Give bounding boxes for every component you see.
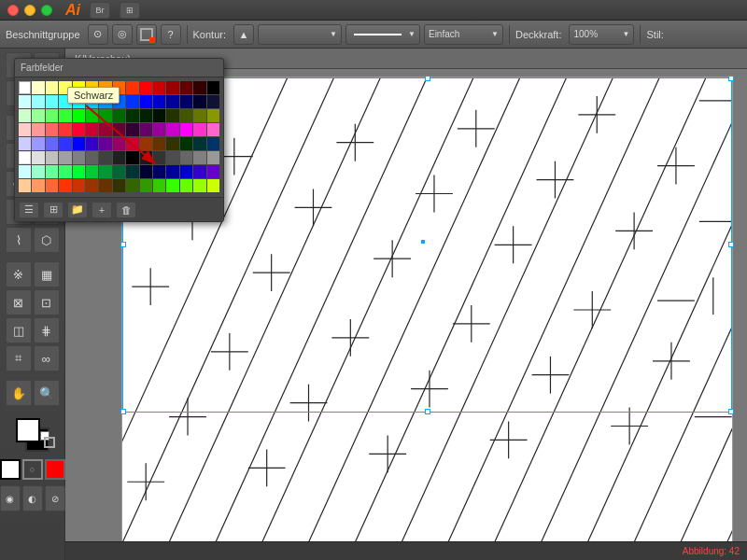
swatch[interactable] xyxy=(180,165,192,178)
swatch[interactable] xyxy=(140,151,152,164)
swatch[interactable] xyxy=(126,81,138,94)
gradient-btn[interactable]: ◐ xyxy=(22,485,43,511)
swatch[interactable] xyxy=(207,151,219,164)
swatch[interactable] xyxy=(126,165,138,178)
color-squares[interactable] xyxy=(16,418,49,452)
swatch[interactable] xyxy=(113,95,125,108)
foreground-color-swatch[interactable] xyxy=(16,418,40,442)
swatch[interactable] xyxy=(86,151,98,164)
swatch[interactable] xyxy=(166,151,178,164)
close-button[interactable] xyxy=(7,5,19,16)
swatch-delete-btn[interactable]: 🗑 xyxy=(116,202,136,218)
swatch[interactable] xyxy=(73,95,85,108)
swatch-list-view-btn[interactable]: ☰ xyxy=(19,202,39,218)
swatch[interactable] xyxy=(99,95,111,108)
kontur-up-btn[interactable]: ▲ xyxy=(233,24,254,45)
swatch[interactable] xyxy=(59,123,71,136)
swatch[interactable] xyxy=(59,81,71,94)
swatch[interactable] xyxy=(19,179,31,192)
swatch[interactable] xyxy=(86,137,98,150)
swatch[interactable] xyxy=(73,137,85,150)
handle-bot-right[interactable] xyxy=(728,409,734,414)
handle-top-right[interactable] xyxy=(728,76,734,81)
swatch[interactable] xyxy=(153,151,165,164)
swatch[interactable] xyxy=(193,137,205,150)
swatch[interactable] xyxy=(19,95,31,108)
color-mode-btn[interactable]: ◉ xyxy=(0,485,21,511)
swatch[interactable] xyxy=(32,81,44,94)
blend-tool[interactable]: ∞ xyxy=(34,345,60,371)
swatch[interactable] xyxy=(19,123,31,136)
swatch[interactable] xyxy=(166,95,178,108)
swatch[interactable] xyxy=(180,179,192,192)
kontur-value-dropdown[interactable]: ▼ xyxy=(258,24,342,45)
swatch[interactable] xyxy=(46,109,58,122)
swatch[interactable] xyxy=(153,95,165,108)
swatch[interactable] xyxy=(113,109,125,122)
swatch[interactable] xyxy=(207,95,219,108)
swatch[interactable] xyxy=(86,123,98,136)
opacity-dropdown[interactable]: 100% ▼ xyxy=(569,24,634,45)
swatch[interactable] xyxy=(19,165,31,178)
free-transform-tool[interactable]: ⬡ xyxy=(34,227,60,253)
swatch[interactable] xyxy=(166,81,178,94)
graph-tool[interactable]: ▦ xyxy=(34,261,60,287)
handle-top-middle[interactable] xyxy=(425,76,430,81)
swatch[interactable] xyxy=(126,95,138,108)
swatch[interactable] xyxy=(59,95,71,108)
swatch[interactable] xyxy=(153,109,165,122)
crop-tool[interactable]: ⊡ xyxy=(34,289,60,315)
zoom-tool[interactable]: 🔍 xyxy=(34,380,60,406)
swatch[interactable] xyxy=(166,109,178,122)
swatch[interactable] xyxy=(193,95,205,108)
swatch[interactable] xyxy=(140,137,152,150)
question-btn[interactable]: ? xyxy=(161,24,181,45)
swatch[interactable] xyxy=(193,151,205,164)
none-swatch[interactable] xyxy=(44,437,55,448)
swatch[interactable] xyxy=(166,137,178,150)
swatch[interactable] xyxy=(153,81,165,94)
swatch[interactable] xyxy=(86,109,98,122)
crop-icon-btn[interactable]: ⊙ xyxy=(88,24,108,45)
swatch[interactable] xyxy=(59,179,71,192)
minimize-button[interactable] xyxy=(24,5,35,16)
swatch-new-btn[interactable]: + xyxy=(92,202,112,218)
swatch[interactable] xyxy=(126,137,138,150)
warp-tool[interactable]: ⌇ xyxy=(6,227,32,253)
swatch[interactable] xyxy=(140,109,152,122)
swatch[interactable] xyxy=(32,123,44,136)
swatch[interactable] xyxy=(19,137,31,150)
swatch[interactable] xyxy=(86,179,98,192)
swatch-grid-view-btn[interactable]: ⊞ xyxy=(43,202,63,218)
swatch[interactable] xyxy=(73,123,85,136)
swatch[interactable] xyxy=(207,179,219,192)
swatch-folder-btn[interactable]: 📁 xyxy=(67,202,88,218)
target-icon-btn[interactable]: ◎ xyxy=(112,24,133,45)
swatch[interactable] xyxy=(193,81,205,94)
swatch[interactable] xyxy=(73,151,85,164)
swatch[interactable] xyxy=(180,109,192,122)
swatch[interactable] xyxy=(46,137,58,150)
swatch[interactable] xyxy=(99,151,111,164)
stroke-indicator[interactable]: ○ xyxy=(22,459,43,480)
swatch[interactable] xyxy=(19,151,31,164)
swatch[interactable] xyxy=(180,95,192,108)
swatch[interactable] xyxy=(46,81,58,94)
stroke-style-dropdown[interactable]: Einfach ▼ xyxy=(424,24,503,45)
swatch[interactable] xyxy=(207,165,219,178)
swatch[interactable] xyxy=(46,123,58,136)
swatch[interactable] xyxy=(32,179,44,192)
swatch[interactable] xyxy=(126,123,138,136)
workspace-icon[interactable]: ⊞ xyxy=(120,2,140,19)
swatch[interactable] xyxy=(86,81,98,94)
hand-tool[interactable]: ✋ xyxy=(6,380,32,406)
swatch[interactable] xyxy=(166,165,178,178)
swatch[interactable] xyxy=(86,95,98,108)
swatch[interactable] xyxy=(180,151,192,164)
swatch[interactable] xyxy=(32,109,44,122)
swatch[interactable] xyxy=(113,137,125,150)
swatch[interactable] xyxy=(19,109,31,122)
swatch[interactable] xyxy=(126,109,138,122)
swatch[interactable] xyxy=(32,151,44,164)
swatch[interactable] xyxy=(46,151,58,164)
